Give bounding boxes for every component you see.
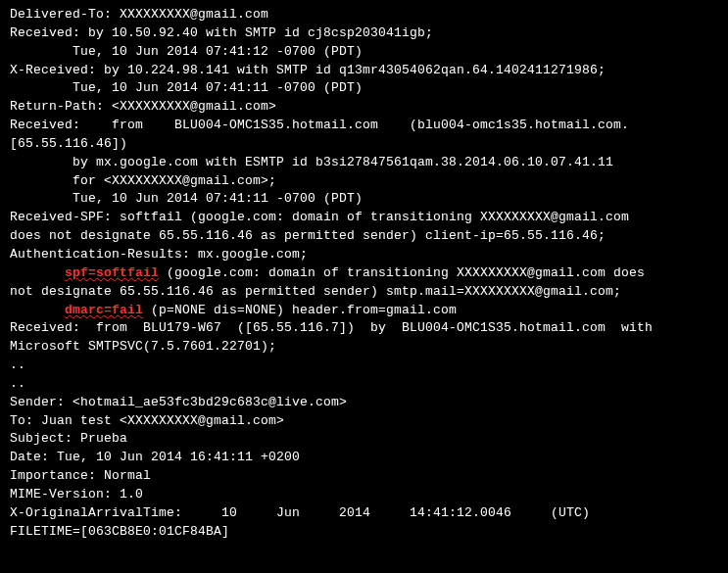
header-line: Tue, 10 Jun 2014 07:41:11 -0700 (PDT) <box>10 190 718 209</box>
header-line: .. <box>10 357 718 375</box>
header-line: .. <box>10 375 718 394</box>
header-line: Date: Tue, 10 Jun 2014 16:41:11 +0200 <box>10 449 718 467</box>
header-line: does not designate 65.55.116.46 as permi… <box>10 227 718 246</box>
spf-softfail-highlight: spf=softfail <box>65 265 159 280</box>
header-line: Received: from BLU179-W67 ([65.55.116.7]… <box>10 319 718 338</box>
header-line: Delivered-To: XXXXXXXXX@gmail.com <box>10 6 718 24</box>
header-line: by mx.google.com with ESMTP id b3si27847… <box>10 154 718 172</box>
dmarc-result-line: dmarc=fail (p=NONE dis=NONE) header.from… <box>10 302 718 320</box>
header-line: Sender: <hotmail_ae53fc3bd29c683c@live.c… <box>10 394 718 412</box>
header-line: X-OriginalArrivalTime: 10 Jun 2014 14:41… <box>10 504 718 523</box>
header-line: Microsoft SMTPSVC(7.5.7601.22701); <box>10 338 718 357</box>
header-line: Tue, 10 Jun 2014 07:41:12 -0700 (PDT) <box>10 43 718 62</box>
header-line: not designate 65.55.116.46 as permitted … <box>10 283 718 302</box>
header-line: Tue, 10 Jun 2014 07:41:11 -0700 (PDT) <box>10 79 718 98</box>
header-line: Subject: Prueba <box>10 430 718 449</box>
header-line: Authentication-Results: mx.google.com; <box>10 246 718 264</box>
header-line: for <XXXXXXXXX@gmail.com>; <box>10 172 718 191</box>
email-headers-terminal: Delivered-To: XXXXXXXXX@gmail.comReceive… <box>10 6 718 541</box>
header-line: Return-Path: <XXXXXXXXX@gmail.com> <box>10 98 718 117</box>
header-line: MIME-Version: 1.0 <box>10 486 718 504</box>
header-line: FILETIME=[063CB8E0:01CF84BA] <box>10 523 718 542</box>
header-line: Importance: Normal <box>10 467 718 486</box>
header-line: Received: by 10.50.92.40 with SMTP id cj… <box>10 24 718 43</box>
header-line: Received: from BLU004-OMC1S35.hotmail.co… <box>10 117 718 135</box>
header-line: Received-SPF: softfail (google.com: doma… <box>10 209 718 227</box>
dmarc-fail-highlight: dmarc=fail <box>65 303 143 317</box>
header-line: To: Juan test <XXXXXXXXX@gmail.com> <box>10 412 718 431</box>
spf-result-line: spf=softfail (google.com: domain of tran… <box>10 264 718 283</box>
header-line: [65.55.116.46]) <box>10 135 718 154</box>
header-line: X-Received: by 10.224.98.141 with SMTP i… <box>10 62 718 80</box>
